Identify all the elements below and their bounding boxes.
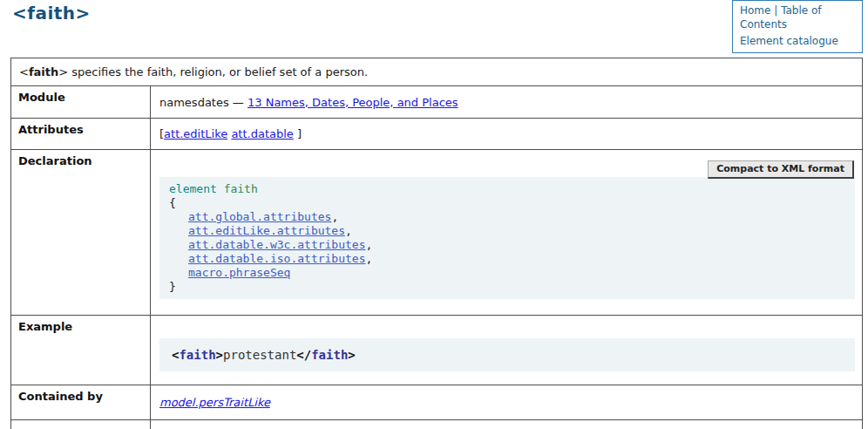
member-suffix: , bbox=[345, 224, 352, 237]
element-spec-table: <faith> specifies the faith, religion, o… bbox=[10, 58, 863, 429]
desc-text: specifies the faith, religion, or belief… bbox=[68, 65, 368, 78]
member-suffix: , bbox=[366, 238, 373, 251]
attributes-row: Attributes [att.editLike att.datable ] bbox=[11, 119, 863, 150]
desc-tag-name: faith bbox=[29, 65, 58, 78]
desc-tag-open: < bbox=[19, 65, 29, 78]
element-description: <faith> specifies the faith, religion, o… bbox=[11, 58, 863, 86]
desc-tag-close: > bbox=[58, 65, 68, 78]
model-perstraitlike-link[interactable]: model.persTraitLike bbox=[159, 396, 270, 409]
att-editlike-link[interactable]: att.editLike bbox=[164, 127, 227, 140]
code-member-line: macro.phraseSeq bbox=[169, 266, 848, 280]
att-datable-w3c-attributes-link[interactable]: att.datable.w3c.attributes bbox=[188, 238, 366, 251]
contained-by-row: Contained by model.persTraitLike bbox=[11, 385, 863, 420]
declaration-label: Declaration bbox=[11, 150, 151, 316]
nav-line-1: Home | Table of Contents bbox=[740, 4, 855, 31]
example-open-tag: faith bbox=[179, 348, 215, 362]
code-line: element faith bbox=[169, 182, 848, 196]
code-close-brace: } bbox=[169, 280, 848, 294]
code-member-line: att.global.attributes, bbox=[169, 210, 848, 224]
code-member-line: att.datable.iso.attributes, bbox=[169, 252, 848, 266]
example-close-bracket: </ bbox=[296, 348, 311, 362]
next-row-label bbox=[11, 420, 151, 429]
next-row-value bbox=[151, 420, 863, 429]
nav-separator: | bbox=[774, 4, 777, 17]
home-link[interactable]: Home bbox=[740, 4, 770, 17]
example-value: <faith>protestant</faith> bbox=[151, 316, 863, 385]
nav-box: Home | Table of Contents Element catalog… bbox=[732, 0, 863, 53]
contained-by-label: Contained by bbox=[11, 385, 151, 420]
att-datable-iso-attributes-link[interactable]: att.datable.iso.attributes bbox=[188, 252, 366, 265]
attributes-label: Attributes bbox=[11, 119, 151, 150]
example-label: Example bbox=[11, 316, 151, 385]
macro-phraseseq-link[interactable]: macro.phraseSeq bbox=[188, 266, 290, 279]
att-datable-link[interactable]: att.datable bbox=[231, 127, 293, 140]
example-open-bracket-end: > bbox=[216, 348, 223, 362]
code-element-name: faith bbox=[224, 182, 258, 195]
code-keyword: element bbox=[169, 182, 217, 195]
example-row: Example <faith>protestant</faith> bbox=[11, 316, 863, 385]
nav-line-2: Element catalogue bbox=[740, 35, 855, 49]
declaration-value: Compact to XML format element faith { at… bbox=[151, 150, 863, 316]
member-suffix: , bbox=[331, 210, 338, 223]
code-member-line: att.editLike.attributes, bbox=[169, 224, 848, 238]
example-content: protestant bbox=[223, 348, 296, 362]
declaration-code-block: element faith { att.global.attributes, a… bbox=[159, 177, 855, 299]
element-catalogue-link[interactable]: Element catalogue bbox=[740, 35, 838, 47]
page-title: <faith> bbox=[12, 3, 91, 24]
code-open-brace: { bbox=[169, 196, 848, 210]
next-row-partial bbox=[11, 420, 863, 429]
example-code-block: <faith>protestant</faith> bbox=[159, 338, 855, 371]
code-member-line: att.datable.w3c.attributes, bbox=[169, 238, 848, 252]
att-editlike-attributes-link[interactable]: att.editLike.attributes bbox=[188, 224, 345, 237]
module-row: Module namesdates — 13 Names, Dates, Peo… bbox=[11, 86, 863, 119]
contained-by-value: model.persTraitLike bbox=[151, 385, 863, 420]
module-chapter-link[interactable]: 13 Names, Dates, People, and Places bbox=[248, 96, 458, 109]
compact-to-xml-button[interactable]: Compact to XML format bbox=[708, 160, 854, 179]
module-prefix: namesdates — bbox=[159, 96, 248, 109]
example-close-bracket-end: > bbox=[348, 348, 355, 362]
member-suffix: , bbox=[366, 252, 373, 265]
example-close-tag: faith bbox=[311, 348, 348, 362]
att-global-attributes-link[interactable]: att.global.attributes bbox=[188, 210, 331, 223]
attributes-value: [att.editLike att.datable ] bbox=[151, 119, 863, 150]
declaration-row: Declaration Compact to XML format elemen… bbox=[11, 150, 863, 316]
attr-bracket-close: ] bbox=[297, 127, 302, 140]
description-row: <faith> specifies the faith, religion, o… bbox=[11, 58, 863, 86]
module-value: namesdates — 13 Names, Dates, People, an… bbox=[151, 86, 863, 119]
module-label: Module bbox=[11, 86, 151, 119]
